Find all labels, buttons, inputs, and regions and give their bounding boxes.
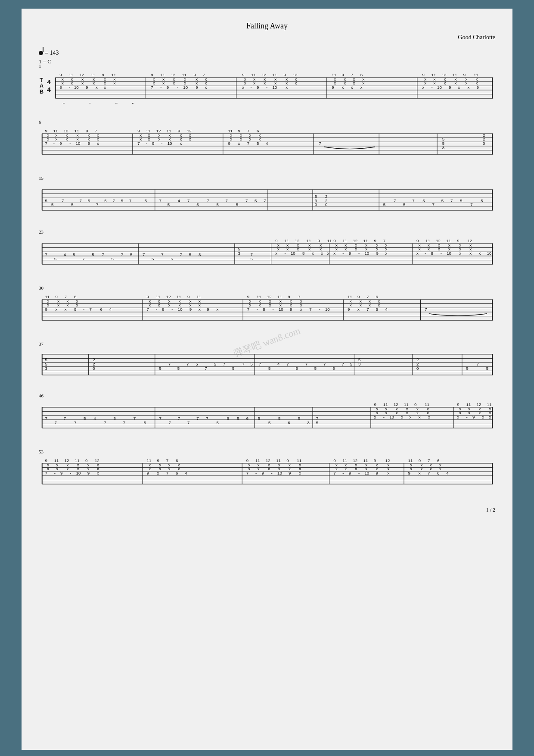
svg-text:5: 5	[216, 202, 218, 207]
svg-text:9: 9	[449, 85, 451, 90]
svg-text:6: 6	[437, 471, 439, 475]
svg-text:x: x	[104, 85, 106, 90]
svg-text:x: x	[351, 85, 353, 90]
svg-text:x: x	[97, 141, 99, 146]
svg-text:7: 7	[286, 362, 289, 366]
svg-text:3: 3	[307, 420, 309, 425]
svg-text:x: x	[205, 85, 207, 90]
svg-text:-: -	[342, 251, 344, 256]
svg-text:x: x	[424, 81, 426, 85]
svg-text:10: 10	[291, 251, 295, 256]
svg-text:10: 10	[74, 85, 79, 90]
svg-text:x: x	[376, 410, 378, 415]
svg-text:7: 7	[319, 141, 321, 146]
svg-text:4: 4	[47, 78, 51, 85]
svg-text:5: 5	[51, 202, 53, 207]
svg-text:7: 7	[394, 198, 396, 203]
svg-text:x: x	[333, 251, 335, 256]
svg-text:x: x	[140, 137, 142, 141]
svg-text:x: x	[387, 471, 389, 475]
svg-text:7: 7	[113, 198, 115, 203]
svg-text:7: 7	[412, 198, 414, 203]
svg-text:5: 5	[255, 198, 257, 203]
svg-text:5: 5	[250, 256, 252, 261]
svg-text:x: x	[457, 415, 459, 419]
svg-text:0: 0	[483, 141, 485, 146]
svg-text:5: 5	[216, 420, 218, 425]
svg-text:x: x	[248, 466, 251, 471]
svg-text:10: 10	[183, 85, 188, 90]
svg-text:7: 7	[187, 198, 189, 203]
svg-text:x: x	[253, 81, 255, 85]
tempo-line: = 143	[39, 50, 495, 56]
svg-text:x: x	[467, 85, 469, 90]
svg-text:7: 7	[90, 307, 92, 312]
svg-text:5: 5	[316, 420, 318, 425]
svg-text:5: 5	[460, 198, 462, 203]
svg-text:9: 9	[349, 251, 351, 256]
svg-text:3: 3	[199, 252, 201, 257]
svg-text:-: -	[425, 251, 426, 256]
svg-text:9: 9	[45, 307, 47, 312]
svg-text:-: -	[342, 471, 344, 475]
svg-text:x: x	[286, 85, 288, 90]
svg-text:4: 4	[266, 141, 268, 146]
svg-text:7: 7	[79, 198, 81, 203]
svg-text:x: x	[286, 247, 289, 251]
svg-text:0: 0	[416, 366, 419, 371]
svg-text:7: 7	[432, 202, 435, 207]
svg-text:x: x	[478, 251, 481, 256]
svg-text:x: x	[439, 466, 441, 471]
svg-text:5: 5	[196, 362, 198, 366]
svg-text:7: 7	[161, 252, 163, 257]
tab-section-4: 23 7 5 4 5 7 5	[39, 235, 495, 274]
svg-text:x: x	[47, 303, 49, 307]
svg-text:6: 6	[288, 420, 290, 425]
svg-text:-: -	[319, 307, 320, 312]
svg-text:-: -	[69, 141, 71, 146]
svg-text:x: x	[410, 466, 412, 471]
svg-text:x: x	[300, 307, 302, 312]
svg-text:x: x	[277, 247, 279, 251]
svg-text:4: 4	[277, 362, 280, 366]
svg-text:7: 7	[96, 202, 98, 207]
song-title: Falling Away	[39, 22, 495, 31]
svg-text:x: x	[47, 466, 49, 471]
svg-text:7: 7	[151, 85, 153, 90]
svg-text:7: 7	[123, 420, 125, 425]
svg-text:7: 7	[425, 307, 427, 312]
svg-text:5: 5	[214, 362, 216, 366]
svg-text:7: 7	[450, 198, 453, 203]
svg-text:7: 7	[259, 362, 261, 366]
svg-text:7: 7	[45, 252, 47, 257]
svg-text:5: 5	[92, 252, 94, 257]
svg-text:x: x	[66, 137, 68, 141]
measure-number-53: 53	[39, 449, 43, 454]
svg-text:x: x	[428, 415, 430, 419]
svg-text:x: x	[455, 81, 457, 85]
svg-text:x: x	[489, 415, 491, 419]
tab-staff-6: 5 5 3 2 2 0 5 7 5 7 5 7 5 7 5 7 5 7	[39, 347, 495, 382]
svg-text:10: 10	[389, 415, 394, 419]
svg-text:A: A	[40, 83, 43, 89]
svg-text:5: 5	[84, 416, 86, 421]
svg-text:5: 5	[466, 366, 469, 371]
svg-text:7: 7	[245, 198, 248, 203]
svg-text:x: x	[468, 410, 470, 415]
measure-number-1: 1	[39, 63, 41, 69]
svg-text:9: 9	[376, 471, 378, 475]
svg-text:x: x	[416, 251, 419, 256]
svg-text:5: 5	[481, 198, 483, 203]
svg-text:x: x	[56, 307, 58, 312]
svg-text:x: x	[57, 303, 59, 307]
tab-staff-8: 9 11 12 11 9 12 x x x x x x x x x x x x …	[39, 455, 495, 494]
svg-text:x: x	[268, 466, 270, 471]
svg-text:x: x	[244, 81, 246, 85]
svg-text:8: 8	[431, 251, 433, 256]
measure-number-6: 6	[39, 119, 41, 125]
svg-text:-: -	[383, 415, 385, 419]
svg-text:4: 4	[446, 471, 449, 475]
svg-text:9: 9	[376, 251, 378, 256]
svg-text:x: x	[345, 247, 347, 251]
svg-text:-: -	[177, 85, 178, 90]
